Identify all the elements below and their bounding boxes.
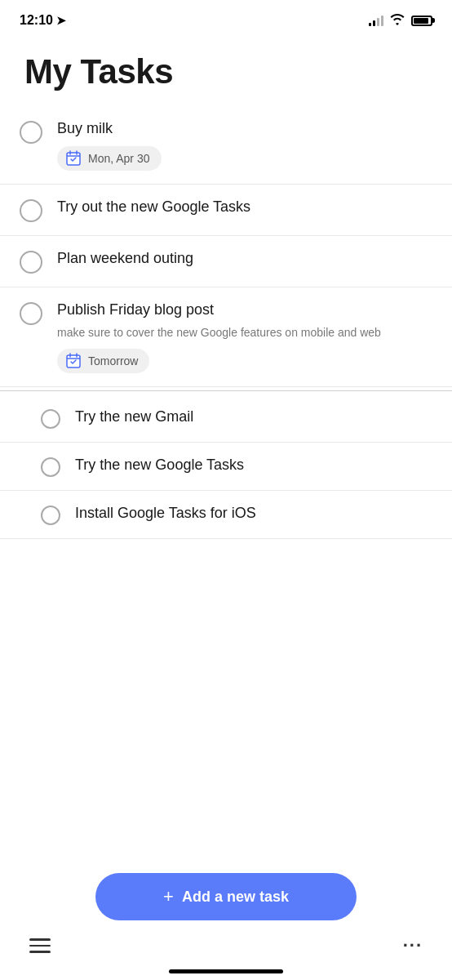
- task-item: Try the new Google Tasks: [0, 443, 452, 491]
- task-date-badge-buy-milk[interactable]: Mon, Apr 30: [57, 146, 162, 171]
- task-content-publish-blog: Publish Friday blog post make sure to co…: [57, 301, 432, 373]
- task-title-buy-milk: Buy milk: [57, 119, 432, 138]
- task-title-plan-weekend: Plan weekend outing: [57, 249, 432, 268]
- hamburger-line: [29, 945, 51, 947]
- location-icon: ➤: [56, 14, 66, 27]
- svg-rect-0: [67, 153, 80, 165]
- section-divider: [0, 390, 452, 391]
- status-icons: [369, 14, 432, 28]
- task-item: Plan weekend outing: [0, 236, 452, 287]
- task-item: Try out the new Google Tasks: [0, 185, 452, 236]
- task-item: Publish Friday blog post make sure to co…: [0, 287, 452, 387]
- bottom-nav: ···: [0, 927, 452, 966]
- task-content-try-google-tasks: Try out the new Google Tasks: [57, 198, 432, 216]
- task-title-install-ios: Install Google Tasks for iOS: [75, 504, 432, 523]
- calendar-icon: [65, 150, 82, 167]
- page-title: My Tasks: [0, 36, 452, 100]
- home-indicator: [169, 969, 283, 973]
- calendar-icon: [65, 353, 82, 369]
- task-checkbox-try-gmail[interactable]: [41, 409, 60, 429]
- add-task-label: Add a new task: [182, 889, 289, 906]
- task-checkbox-try-google-tasks[interactable]: [20, 199, 42, 222]
- task-content-try-gmail: Try the new Gmail: [75, 408, 432, 426]
- task-date-text-publish-blog: Tomorrow: [88, 354, 138, 368]
- task-checkbox-publish-blog[interactable]: [20, 302, 42, 325]
- task-item: Buy milk Mon, Apr 30: [0, 106, 452, 185]
- task-checkbox-buy-milk[interactable]: [20, 121, 42, 144]
- task-title-publish-blog: Publish Friday blog post: [57, 301, 432, 319]
- wifi-icon: [390, 14, 405, 28]
- task-title-try-google-tasks: Try out the new Google Tasks: [57, 198, 432, 216]
- task-title-try-gmail: Try the new Gmail: [75, 408, 432, 426]
- task-content-plan-weekend: Plan weekend outing: [57, 249, 432, 268]
- task-item: Try the new Gmail: [0, 394, 452, 443]
- svg-rect-4: [67, 355, 80, 368]
- battery-icon: [411, 16, 432, 26]
- task-notes-publish-blog: make sure to cover the new Google featur…: [57, 325, 432, 341]
- task-title-try-google-tasks-2: Try the new Google Tasks: [75, 456, 432, 474]
- task-content-install-ios: Install Google Tasks for iOS: [75, 504, 432, 523]
- task-checkbox-try-google-tasks-2[interactable]: [41, 457, 60, 477]
- bottom-area: + Add a new task ···: [0, 863, 452, 980]
- task-date-text-buy-milk: Mon, Apr 30: [88, 152, 150, 165]
- task-list: Buy milk Mon, Apr 30 Try out the new Goo…: [0, 106, 452, 539]
- more-options-button[interactable]: ···: [403, 935, 423, 956]
- task-checkbox-plan-weekend[interactable]: [20, 251, 42, 274]
- add-task-plus-icon: +: [163, 888, 174, 906]
- task-date-badge-publish-blog[interactable]: Tomorrow: [57, 349, 149, 373]
- hamburger-line: [29, 938, 51, 941]
- status-bar: 12:10 ➤: [0, 0, 452, 36]
- add-task-button[interactable]: + Add a new task: [95, 873, 357, 920]
- task-checkbox-install-ios[interactable]: [41, 506, 60, 525]
- hamburger-line: [29, 951, 51, 953]
- task-item: Install Google Tasks for iOS: [0, 491, 452, 539]
- signal-icon: [369, 15, 383, 26]
- menu-button[interactable]: [29, 938, 51, 953]
- task-content-buy-milk: Buy milk Mon, Apr 30: [57, 119, 432, 171]
- status-time: 12:10 ➤: [20, 13, 66, 28]
- task-content-try-google-tasks-2: Try the new Google Tasks: [75, 456, 432, 474]
